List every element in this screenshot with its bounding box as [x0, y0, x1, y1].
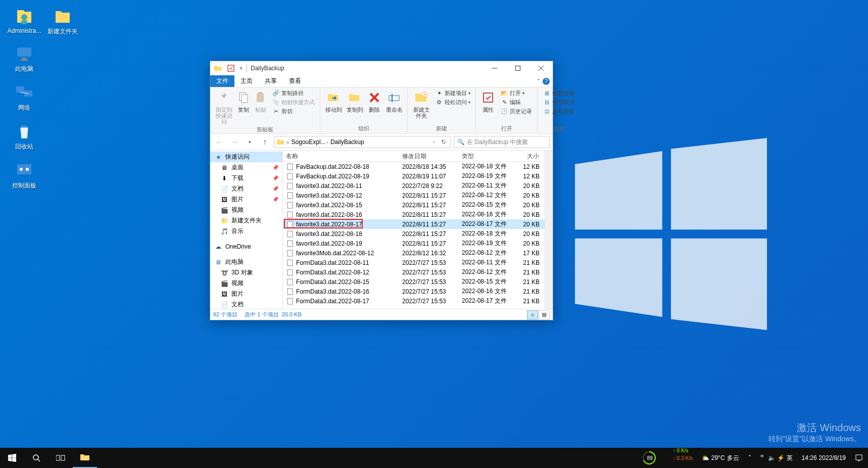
breadcrumb-1[interactable]: SogouExpl...›	[292, 138, 328, 146]
desktop-icon-network[interactable]: 网络	[5, 82, 43, 112]
file-row[interactable]: favorite3.dat.2022-08-172022/8/11 15:272…	[283, 219, 545, 229]
nav-item-folder[interactable]: 📁新建文件夹	[210, 215, 282, 226]
col-modified[interactable]: 修改日期	[399, 151, 459, 161]
vertical-scrollbar[interactable]	[545, 151, 553, 309]
view-details-button[interactable]: ≡	[527, 310, 538, 319]
easy-access-button[interactable]: ⚙轻松访问▾	[433, 98, 472, 107]
paste-button[interactable]: 粘贴	[253, 88, 269, 114]
rename-button[interactable]: 重命名	[384, 88, 404, 114]
title-bar[interactable]: ▾ | DailyBackup	[210, 61, 553, 75]
action-center-button[interactable]	[852, 448, 866, 468]
navigation-pane[interactable]: ★ 快速访问 🖥桌面📌⬇下载📌📄文档📌🖼图片📌🎬视频📁新建文件夹🎵音乐 ☁ On…	[210, 151, 283, 309]
clock[interactable]: 14:26 2022/8/19	[799, 448, 849, 468]
tab-share[interactable]: 共享	[259, 75, 283, 87]
properties-button[interactable]: 属性	[479, 88, 497, 114]
open-button[interactable]: 📂打开▾	[498, 88, 534, 98]
qat-dropdown[interactable]: ▾	[238, 63, 244, 74]
tab-file[interactable]: 文件	[210, 75, 234, 87]
nav-up-button[interactable]: ↑	[259, 136, 271, 148]
invert-selection-button[interactable]: ⊡反向选择	[541, 107, 576, 116]
desktop-icon-control-panel[interactable]: 控制面板	[5, 160, 43, 190]
ime-indicator[interactable]: ㆗ 🔈 ⚡ 英	[757, 448, 796, 468]
file-row[interactable]: favorite3.dat.2022-08-122022/8/11 15:272…	[283, 191, 545, 200]
desktop-icon-this-pc[interactable]: 此电脑	[5, 43, 43, 73]
copy-path-button[interactable]: 🔗复制路径	[270, 88, 317, 98]
tab-home[interactable]: 主页	[234, 75, 259, 87]
file-row[interactable]: FormData3.dat.2022-08-152022/7/27 15:532…	[283, 277, 545, 287]
desktop-icon-recycle-bin[interactable]: 回收站	[5, 121, 43, 151]
col-type[interactable]: 类型	[459, 151, 513, 161]
battery-indicator[interactable]: 89	[639, 448, 667, 468]
copy-button[interactable]: 复制	[235, 88, 252, 114]
nav-this-pc[interactable]: 🖥 此电脑	[210, 257, 282, 267]
file-row[interactable]: FormData3.dat.2022-08-162022/7/27 15:532…	[283, 287, 545, 296]
address-dropdown[interactable]: ⌄	[430, 138, 438, 146]
file-row[interactable]: FormData3.dat.2022-08-112022/7/27 15:532…	[283, 258, 545, 267]
help-icon[interactable]: ?	[543, 78, 550, 85]
cut-button[interactable]: ✂剪切	[270, 107, 317, 116]
file-list[interactable]: FavBackup.dat.2022-08-182022/8/18 14:352…	[283, 162, 545, 309]
network-speed[interactable]: ↑ 0 K/s ↓ 0.3 K/s	[670, 448, 696, 468]
file-row[interactable]: FormData3.dat.2022-08-122022/7/27 15:532…	[283, 267, 545, 277]
file-row[interactable]: FavBackup.dat.2022-08-192022/8/19 11:072…	[283, 171, 545, 181]
paste-shortcut-button[interactable]: 📎粘贴快捷方式	[270, 98, 317, 107]
nav-item-picture[interactable]: 🖼图片📌	[210, 194, 282, 205]
file-row[interactable]: favorite3.dat.2022-08-182022/8/11 15:272…	[283, 229, 545, 239]
maximize-button[interactable]	[506, 61, 529, 75]
nav-pc-video[interactable]: 🎬视频	[210, 278, 282, 289]
nav-pc-picture[interactable]: 🖼图片	[210, 289, 282, 299]
col-size[interactable]: 大小	[513, 151, 543, 161]
task-view-button[interactable]	[49, 448, 73, 468]
refresh-button[interactable]: ↻	[439, 138, 448, 146]
desktop-icon-new-folder[interactable]: 新建文件夹	[43, 6, 82, 36]
file-row[interactable]: favorite3.dat.2022-08-162022/8/11 15:272…	[283, 210, 545, 219]
nav-recent-button[interactable]: ▾	[244, 136, 256, 148]
tray-overflow[interactable]: ˄	[745, 448, 754, 468]
nav-quick-access[interactable]: ★ 快速访问	[210, 152, 282, 162]
new-item-button[interactable]: ✦新建项目▾	[433, 88, 472, 98]
file-row[interactable]: FavBackup.dat.2022-08-182022/8/18 14:352…	[283, 162, 545, 171]
file-explorer-taskbar[interactable]	[73, 448, 97, 468]
close-button[interactable]	[529, 61, 553, 75]
pin-to-quick-access-button[interactable]: 固定到快速访问	[213, 88, 234, 126]
nav-onedrive[interactable]: ☁ OneDrive	[210, 242, 282, 252]
view-icons-button[interactable]: ▦	[539, 310, 550, 319]
search-input[interactable]: 🔍 在 DailyBackup 中搜索	[454, 136, 550, 148]
file-row[interactable]: favorite3Mob.dat.2022-08-122022/8/12 16:…	[283, 248, 545, 258]
select-all-button[interactable]: ⊞全部选择	[541, 88, 576, 98]
history-button[interactable]: 🕑历史记录	[498, 107, 534, 116]
select-none-button[interactable]: ⊟全部取消	[541, 98, 576, 107]
file-icon	[286, 211, 294, 219]
nav-item-document[interactable]: 📄文档📌	[210, 183, 282, 194]
file-row[interactable]: FormData3.dat.2022-08-172022/7/27 15:532…	[283, 296, 545, 306]
file-row[interactable]: favorite3.dat.2022-08-152022/8/11 15:272…	[283, 200, 545, 210]
breadcrumb-2[interactable]: DailyBackup	[330, 138, 364, 146]
qat-properties[interactable]	[225, 63, 236, 74]
nav-pc-document[interactable]: 📄文档	[210, 299, 282, 309]
copy-to-button[interactable]: 复制到	[345, 88, 365, 114]
edit-button[interactable]: ✎编辑	[498, 98, 534, 107]
search-button[interactable]	[24, 448, 49, 468]
nav-pc-3d[interactable]: ➰3D 对象	[210, 267, 282, 278]
nav-forward-button[interactable]: →	[228, 136, 240, 148]
desktop-icon-administrator[interactable]: Administra...	[5, 6, 43, 34]
nav-item-music[interactable]: 🎵音乐	[210, 226, 282, 237]
path-icon: 🔗	[272, 89, 280, 97]
nav-back-button[interactable]: ←	[213, 136, 225, 148]
tab-view[interactable]: 查看	[283, 75, 307, 87]
weather-widget[interactable]: ⛅ 29°C 多云	[699, 448, 742, 468]
ribbon-collapse-button[interactable]: ⌃	[536, 78, 541, 84]
file-row[interactable]: favorite3.dat.2022-08-112022/7/28 9:2220…	[283, 181, 545, 191]
new-folder-button[interactable]: ✦ 新建文件夹	[411, 88, 432, 120]
file-row[interactable]: favorite3.dat.2022-08-192022/8/11 15:272…	[283, 239, 545, 248]
move-to-button[interactable]: 移动到	[323, 88, 344, 114]
svg-rect-41	[287, 250, 293, 256]
col-name[interactable]: 名称	[283, 151, 399, 161]
nav-item-download[interactable]: ⬇下载📌	[210, 173, 282, 183]
address-bar[interactable]: « SogouExpl...› DailyBackup ⌄ ↻	[274, 136, 451, 148]
nav-item-desktop[interactable]: 🖥桌面📌	[210, 162, 282, 173]
minimize-button[interactable]	[483, 61, 506, 75]
start-button[interactable]	[0, 448, 24, 468]
delete-button[interactable]: 删除	[366, 88, 383, 114]
nav-item-video[interactable]: 🎬视频	[210, 205, 282, 215]
